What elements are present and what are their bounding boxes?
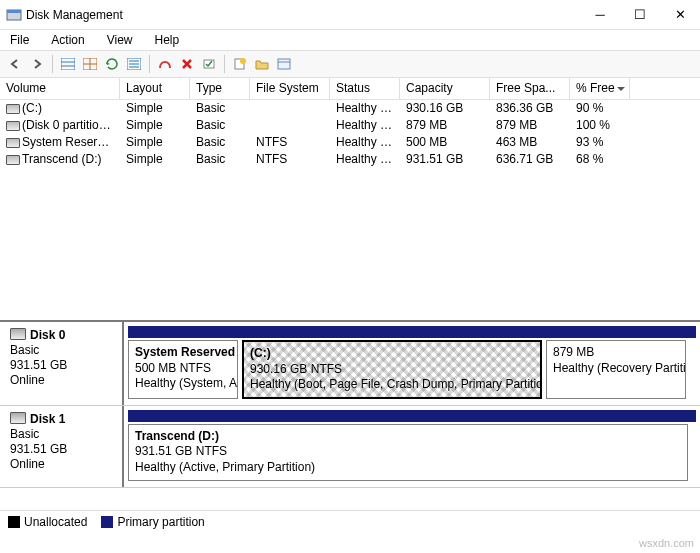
col-type[interactable]: Type — [190, 78, 250, 99]
back-button[interactable] — [6, 55, 24, 73]
close-button[interactable]: ✕ — [660, 0, 700, 30]
legend: Unallocated Primary partition — [0, 510, 700, 533]
svg-rect-1 — [7, 10, 21, 13]
disk-icon — [10, 412, 26, 424]
graphical-view: Disk 0Basic931.51 GBOnlineSystem Reserve… — [0, 320, 700, 488]
volume-row[interactable]: (Disk 0 partition 3)SimpleBasicHealthy (… — [0, 117, 700, 134]
titlebar: Disk Management ─ ☐ ✕ — [0, 0, 700, 30]
toolbar-action-icon[interactable] — [156, 55, 174, 73]
toolbar-refresh-icon[interactable] — [103, 55, 121, 73]
col-free[interactable]: Free Spa... — [490, 78, 570, 99]
col-capacity[interactable]: Capacity — [400, 78, 490, 99]
drive-icon — [6, 138, 20, 148]
toolbar-list-icon[interactable] — [125, 55, 143, 73]
partition[interactable]: (C:)930.16 GB NTFSHealthy (Boot, Page Fi… — [242, 340, 542, 399]
toolbar-delete-icon[interactable] — [178, 55, 196, 73]
forward-button[interactable] — [28, 55, 46, 73]
volume-row[interactable]: System ReservedSimpleBasicNTFSHealthy (S… — [0, 134, 700, 151]
col-filesystem[interactable]: File System — [250, 78, 330, 99]
disk-info[interactable]: Disk 0Basic931.51 GBOnline — [0, 322, 124, 405]
partition[interactable]: Transcend (D:)931.51 GB NTFSHealthy (Act… — [128, 424, 688, 481]
drive-icon — [6, 155, 20, 165]
toolbar-open-icon[interactable] — [253, 55, 271, 73]
disk-block: Disk 0Basic931.51 GBOnlineSystem Reserve… — [0, 322, 700, 406]
legend-unallocated: Unallocated — [8, 515, 87, 529]
volume-table-body: (C:)SimpleBasicHealthy (B...930.16 GB836… — [0, 100, 700, 168]
volume-row[interactable]: Transcend (D:)SimpleBasicNTFSHealthy (A.… — [0, 151, 700, 168]
menu-file[interactable]: File — [6, 31, 33, 49]
svg-rect-15 — [278, 59, 290, 69]
drive-icon — [6, 104, 20, 114]
disk-block: Disk 1Basic931.51 GBOnlineTranscend (D:)… — [0, 406, 700, 488]
toolbar-check-icon[interactable] — [200, 55, 218, 73]
menubar: File Action View Help — [0, 30, 700, 50]
maximize-button[interactable]: ☐ — [620, 0, 660, 30]
col-status[interactable]: Status — [330, 78, 400, 99]
toolbar-props-icon[interactable] — [275, 55, 293, 73]
legend-primary: Primary partition — [101, 515, 204, 529]
minimize-button[interactable]: ─ — [580, 0, 620, 30]
partition[interactable]: System Reserved500 MB NTFSHealthy (Syste… — [128, 340, 238, 399]
toolbar-grid2-icon[interactable] — [81, 55, 99, 73]
toolbar-grid1-icon[interactable] — [59, 55, 77, 73]
toolbar — [0, 50, 700, 78]
toolbar-new-icon[interactable] — [231, 55, 249, 73]
partition[interactable]: 879 MBHealthy (Recovery Partition — [546, 340, 686, 399]
volume-row[interactable]: (C:)SimpleBasicHealthy (B...930.16 GB836… — [0, 100, 700, 117]
disk-icon — [10, 328, 26, 340]
col-volume[interactable]: Volume — [0, 78, 120, 99]
window-title: Disk Management — [26, 8, 123, 22]
menu-help[interactable]: Help — [151, 31, 184, 49]
app-icon — [6, 7, 22, 23]
menu-view[interactable]: View — [103, 31, 137, 49]
col-layout[interactable]: Layout — [120, 78, 190, 99]
disk-info[interactable]: Disk 1Basic931.51 GBOnline — [0, 406, 124, 487]
svg-rect-2 — [61, 58, 75, 70]
volume-table-header: Volume Layout Type File System Status Ca… — [0, 78, 700, 100]
drive-icon — [6, 121, 20, 131]
watermark: wsxdn.com — [639, 537, 694, 549]
menu-action[interactable]: Action — [47, 31, 88, 49]
svg-point-14 — [240, 58, 246, 64]
col-percent-free[interactable]: % Free — [570, 78, 630, 99]
